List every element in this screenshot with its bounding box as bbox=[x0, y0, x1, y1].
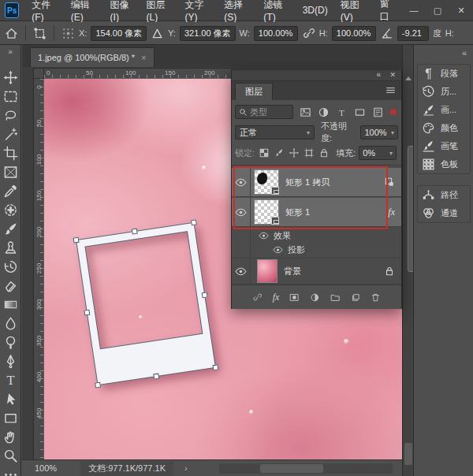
transform-handle-top[interactable] bbox=[132, 229, 138, 235]
transform-handle-left[interactable] bbox=[84, 309, 90, 315]
hand-tool-icon[interactable] bbox=[3, 430, 18, 444]
visibility-toggle[interactable] bbox=[232, 198, 251, 226]
lock-all-icon[interactable] bbox=[318, 147, 330, 158]
polaroid-frame-shape[interactable] bbox=[76, 223, 215, 385]
menu-item-3[interactable]: 图层(L) bbox=[140, 0, 179, 20]
filter-pixel-layers-icon[interactable] bbox=[300, 106, 311, 118]
dock-item-swatches[interactable]: 色板 bbox=[418, 155, 470, 173]
transform-handle-bottom-left[interactable] bbox=[95, 382, 101, 389]
delete-layer-icon[interactable] bbox=[371, 292, 381, 303]
type-tool-icon[interactable]: T bbox=[3, 373, 18, 388]
close-panel-icon[interactable]: ✕ bbox=[389, 71, 396, 79]
lock-position-icon[interactable] bbox=[289, 147, 300, 158]
filter-toggle-light[interactable] bbox=[390, 109, 397, 115]
fill-input[interactable]: 0% ▾ bbox=[359, 146, 397, 160]
vertical-scrollbar[interactable] bbox=[402, 45, 413, 476]
layer-effects-fx-label[interactable]: fx bbox=[388, 206, 395, 218]
eraser-tool-icon[interactable] bbox=[3, 278, 18, 293]
layer-row-rect1-copy[interactable]: 矩形 1 拷贝 bbox=[232, 168, 401, 197]
lasso-tool-icon[interactable] bbox=[3, 108, 18, 123]
tab-layers[interactable]: 图层 bbox=[235, 83, 273, 100]
dock-item-brushes[interactable]: 画笔 bbox=[418, 137, 470, 155]
y-input[interactable]: 321.00 像素 bbox=[180, 26, 236, 41]
layers-panel-titlebar[interactable]: « ✕ bbox=[232, 70, 401, 81]
menu-item-2[interactable]: 图像(I) bbox=[104, 0, 140, 20]
layer-row-background[interactable]: 背景 bbox=[232, 258, 401, 284]
magic-wand-tool-icon[interactable] bbox=[3, 127, 18, 142]
dock-item-paragraph[interactable]: ¶段落 bbox=[418, 65, 470, 83]
more-tool-icon[interactable] bbox=[3, 467, 18, 476]
dock-item-history[interactable]: 历... bbox=[418, 83, 470, 101]
transform-handle-bottom[interactable] bbox=[153, 374, 159, 380]
layer-name[interactable]: 矩形 1 bbox=[285, 206, 310, 218]
filter-adjustment-layers-icon[interactable] bbox=[318, 106, 330, 118]
visibility-toggle[interactable] bbox=[232, 258, 251, 284]
layer-row-rect1[interactable]: 矩形 1 fx bbox=[232, 198, 401, 227]
expand-tools-icon[interactable]: » bbox=[0, 45, 20, 59]
transform-handle-right[interactable] bbox=[202, 292, 208, 298]
dock-item-brush-settings[interactable]: 画... bbox=[418, 101, 470, 119]
add-layer-style-icon[interactable]: fx bbox=[273, 292, 280, 303]
link-dimensions-icon[interactable] bbox=[302, 27, 315, 40]
lock-transparent-pixels-icon[interactable] bbox=[259, 147, 270, 158]
transform-handle-top-right[interactable] bbox=[191, 219, 197, 225]
width-input[interactable]: 100.00% bbox=[254, 26, 298, 41]
history-brush-tool-icon[interactable] bbox=[3, 259, 18, 274]
pen-tool-icon[interactable] bbox=[3, 354, 18, 369]
blend-mode-select[interactable]: 正常 ▾ bbox=[235, 125, 315, 139]
new-adjustment-layer-icon[interactable] bbox=[310, 292, 320, 303]
path-select-tool-icon[interactable] bbox=[3, 392, 18, 407]
dodge-tool-icon[interactable] bbox=[3, 335, 18, 350]
dock-item-color[interactable]: 颜色 bbox=[418, 119, 470, 137]
layer-thumbnail[interactable] bbox=[257, 259, 277, 283]
x-input[interactable]: 154.00 像素 bbox=[91, 26, 147, 41]
tab-close-icon[interactable]: × bbox=[141, 53, 146, 62]
marquee-tool-icon[interactable] bbox=[3, 89, 18, 104]
filter-shape-layers-icon[interactable] bbox=[354, 106, 366, 118]
layer-name[interactable]: 矩形 1 拷贝 bbox=[285, 177, 330, 188]
new-group-icon[interactable] bbox=[330, 292, 341, 303]
panel-menu-icon[interactable] bbox=[385, 85, 397, 95]
effects-header-row[interactable]: 效果 bbox=[232, 229, 401, 243]
visibility-toggle[interactable] bbox=[232, 168, 251, 196]
status-popup-arrow-icon[interactable]: › bbox=[184, 463, 188, 473]
layer-thumbnail[interactable] bbox=[254, 169, 279, 195]
menu-item-9[interactable]: 窗口 bbox=[374, 0, 402, 20]
gradient-tool-icon[interactable] bbox=[3, 297, 18, 312]
document-tab[interactable]: 1.jpeg @ 100%(RGB/8) * × bbox=[30, 47, 155, 67]
relative-position-icon[interactable] bbox=[151, 27, 164, 40]
reference-point-icon[interactable] bbox=[61, 27, 75, 40]
filter-smart-objects-icon[interactable] bbox=[372, 106, 384, 118]
clone-stamp-tool-icon[interactable] bbox=[3, 240, 18, 255]
transform-handle-bottom-right[interactable] bbox=[212, 364, 218, 370]
ruler-corner[interactable] bbox=[33, 68, 44, 79]
menu-item-8[interactable]: 视图(V) bbox=[334, 0, 374, 20]
menu-item-6[interactable]: 滤镜(T) bbox=[257, 0, 296, 20]
move-tool-icon[interactable] bbox=[3, 70, 18, 85]
transform-controls-icon[interactable] bbox=[33, 27, 47, 40]
collapse-panel-icon[interactable]: « bbox=[376, 70, 381, 79]
crop-tool-icon[interactable] bbox=[3, 146, 18, 161]
opacity-input[interactable]: 100% ▾ bbox=[360, 125, 398, 139]
frame-tool-icon[interactable] bbox=[3, 165, 18, 180]
horizontal-scrollbar[interactable] bbox=[219, 463, 393, 474]
layer-thumbnail[interactable] bbox=[254, 199, 279, 225]
horizontal-scrollbar-thumb[interactable] bbox=[260, 464, 323, 473]
lock-image-pixels-icon[interactable] bbox=[274, 147, 285, 158]
zoom-level-field[interactable]: 100% bbox=[35, 463, 57, 473]
menu-item-7[interactable]: 3D(D) bbox=[296, 0, 334, 20]
close-button[interactable]: ✕ bbox=[449, 0, 473, 20]
collapse-dock-icon[interactable]: « bbox=[462, 48, 467, 58]
eye-icon[interactable] bbox=[259, 232, 269, 240]
lock-artboard-icon[interactable] bbox=[304, 147, 315, 158]
dock-item-channels[interactable]: 通道 bbox=[418, 204, 470, 222]
new-layer-icon[interactable] bbox=[351, 292, 361, 303]
height-input[interactable]: 100.00% bbox=[332, 26, 376, 41]
layer-filter-type-select[interactable]: 类型 bbox=[235, 105, 293, 119]
menu-item-4[interactable]: 文字(Y) bbox=[178, 0, 218, 20]
menu-item-1[interactable]: 编辑(E) bbox=[65, 0, 104, 20]
minimize-button[interactable]: — bbox=[402, 0, 426, 20]
brush-tool-icon[interactable] bbox=[3, 221, 18, 236]
angle-input[interactable]: -9.21 bbox=[397, 26, 429, 41]
drop-shadow-row[interactable]: 投影 bbox=[232, 243, 401, 257]
